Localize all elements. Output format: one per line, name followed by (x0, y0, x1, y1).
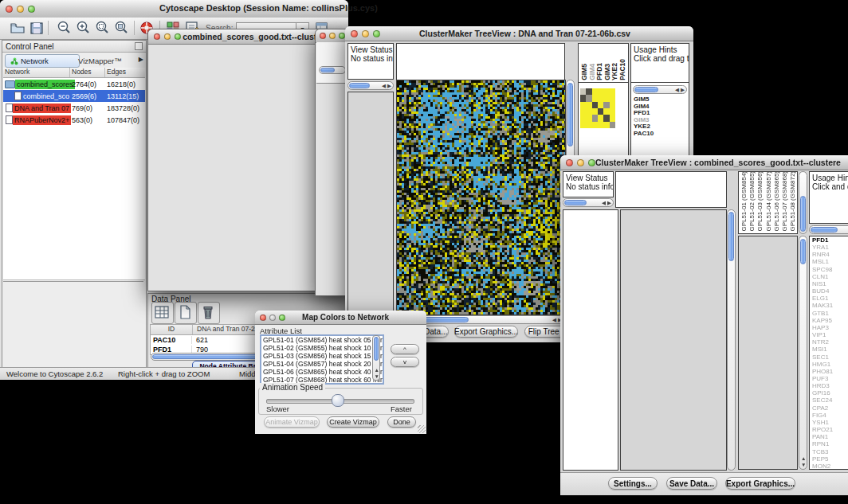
usage-hints-panel: Usage HintsClick and drag to (809, 171, 848, 224)
animation-speed-label: Animation Speed (260, 383, 325, 392)
minimize-button[interactable] (164, 33, 171, 40)
document-icon (6, 104, 13, 112)
attribute-list-scrollbar[interactable]: ▲▼ (372, 335, 380, 381)
open-session-icon[interactable] (10, 20, 26, 36)
float-panel-icon[interactable] (135, 42, 143, 50)
treeview2-titlebar[interactable]: ClusterMaker TreeView : combined_scores_… (560, 155, 848, 170)
close-button[interactable] (260, 315, 266, 321)
close-button[interactable] (6, 6, 13, 13)
save-data-button[interactable]: Save Data... (666, 477, 717, 490)
zoom-column-labels: GIM5GIM4PFD1GIM3YKE2PAC10 (580, 59, 626, 80)
zoom-button[interactable] (28, 6, 35, 13)
move-down-button[interactable]: v (391, 357, 419, 367)
status-hint-zoom: Right-click + drag to ZOOM (118, 369, 210, 378)
close-button[interactable] (154, 33, 160, 40)
usage-hints-scrollbar[interactable] (809, 225, 848, 234)
main-titlebar[interactable]: Cytoscape Desktop (Session Name: collins… (0, 0, 348, 18)
close-button[interactable] (320, 33, 326, 39)
network-edges: 107847(0) (107, 116, 139, 124)
attribute-list-item[interactable]: GPL51-01 (GSM854) heat shock 05 min (261, 336, 383, 344)
dialog-titlebar[interactable]: Map Colors to Network (255, 311, 426, 325)
minimize-button[interactable] (577, 159, 584, 166)
settings-button[interactable]: Settings... (608, 477, 658, 490)
network-row[interactable]: combined_scores 2764(0) 16218(0) (3, 78, 145, 90)
zoom-fit-icon[interactable] (113, 20, 129, 36)
attribute-list-item[interactable]: GPL51-06 (GSM865) heat shock 40 min (261, 368, 383, 376)
zoom-button[interactable] (279, 315, 285, 321)
birdseye-view[interactable] (3, 281, 143, 368)
network-name: DNA and Tran 07 (13, 104, 71, 113)
view-status-scrollbar[interactable]: ◀▶ (347, 81, 394, 90)
attribute-list-item[interactable]: GPL51-03 (GSM856) heat shock 15 min (261, 352, 383, 360)
done-button[interactable]: Done (387, 416, 416, 428)
minimize-button[interactable] (17, 6, 24, 13)
hidden-panel-scrollbar[interactable] (319, 66, 346, 74)
zoom-button[interactable] (588, 159, 595, 166)
network-nodes: 563(0) (72, 116, 92, 124)
column-labels-scrollbar[interactable] (799, 171, 807, 234)
zoom-vscrollbar[interactable]: ▲▼ (799, 236, 807, 470)
window-title: Map Colors to Network (285, 313, 406, 322)
treeview2-button-bar: Settings... Save Data... Export Graphics… (560, 472, 848, 495)
global-heatmap[interactable] (620, 209, 727, 471)
row-dendrogram[interactable] (347, 92, 394, 315)
treeview1-titlebar[interactable]: ClusterMaker TreeView : DNA and Tran 07-… (345, 26, 693, 41)
resize-grip[interactable] (418, 425, 426, 433)
zoom-out-icon[interactable] (56, 20, 72, 36)
network-nodes: 2569(6) (72, 92, 96, 100)
view-status-panel: View StatusNo status info f (347, 43, 394, 80)
zoom-button[interactable] (175, 33, 181, 40)
zoom-in-icon[interactable] (75, 20, 91, 36)
attribute-list: GPL51-01 (GSM854) heat shock 05 minGPL51… (260, 334, 384, 385)
move-up-button[interactable]: ^ (391, 344, 419, 354)
global-heatmap[interactable] (396, 80, 566, 315)
export-graphics-button[interactable]: Export Graphics... (725, 477, 795, 490)
window-title: ClusterMaker TreeView : combined_scores_… (595, 158, 841, 167)
close-button[interactable] (351, 30, 358, 37)
view-status-scrollbar[interactable]: ◀▶ (563, 198, 614, 207)
window-title: Cytoscape Desktop (Session Name: collins… (159, 3, 378, 13)
tab-network[interactable]: Network (5, 54, 80, 68)
network-edges: 16218(0) (107, 80, 135, 88)
usage-hints-scrollbar[interactable]: ◀▶ (633, 85, 687, 94)
tab-vizmapper[interactable]: VizMapper™ (73, 54, 141, 68)
network-nodes: 2764(0) (72, 80, 96, 88)
tab-overflow-arrow[interactable]: ▶ (139, 56, 143, 63)
desktop: Cytoscape Desktop (Session Name: collins… (0, 0, 848, 504)
zoom-heatmap[interactable] (738, 236, 798, 470)
delete-icon[interactable] (198, 302, 220, 324)
slider-thumb[interactable] (332, 394, 344, 407)
table-icon[interactable] (151, 302, 174, 324)
animate-vizmap-button[interactable]: Animate Vizmap (264, 416, 320, 428)
minimize-button[interactable] (329, 33, 336, 39)
row-dendrogram[interactable] (563, 209, 618, 471)
network-name: RNAPuberNov2+ (13, 115, 71, 125)
document-icon (6, 115, 13, 124)
network-row[interactable]: combined_sco 2569(6) 13112(15) (3, 90, 145, 102)
create-vizmap-button[interactable]: Create Vizmap (327, 416, 379, 428)
export-graphics-button[interactable]: Export Graphics... (454, 326, 518, 338)
zoom-selected-icon[interactable] (94, 20, 110, 36)
document-icon (14, 92, 22, 100)
map-colors-dialog: Map Colors to Network Attribute List GPL… (255, 311, 426, 434)
minimize-button[interactable] (269, 315, 276, 321)
save-session-icon[interactable] (29, 20, 45, 36)
view-status-panel: View StatusNo status info f (563, 171, 614, 197)
network-row[interactable]: RNAPuberNov2+ 563(0) 107847(0) (3, 114, 145, 126)
zoom-column-labels-panel: GPL51-01 (GSM854)GPL51-02 (GSM855)GPL51-… (738, 171, 798, 234)
network-row[interactable]: DNA and Tran 07 769(0) 183728(0) (3, 102, 145, 114)
close-button[interactable] (566, 159, 573, 166)
column-dendrogram[interactable] (396, 43, 565, 80)
zoom-heatmap[interactable] (580, 88, 615, 128)
heatmap-vscrollbar[interactable] (727, 209, 736, 471)
network-nodes: 769(0) (72, 104, 92, 112)
zoom-button[interactable] (339, 33, 345, 39)
minimize-button[interactable] (362, 30, 369, 37)
network-edges: 183728(0) (107, 104, 139, 112)
zoom-button[interactable] (373, 30, 380, 37)
network-list: Network Nodes Edges combined_scores 2764… (3, 68, 145, 280)
window-title: combined_scores_good.txt--cluste... (181, 32, 330, 41)
new-document-icon[interactable] (175, 302, 197, 324)
attribute-list-item[interactable]: GPL51-02 (GSM855) heat shock 10 min (261, 344, 383, 352)
attribute-list-item[interactable]: GPL51-04 (GSM857) heat shock 20 min (261, 360, 383, 368)
